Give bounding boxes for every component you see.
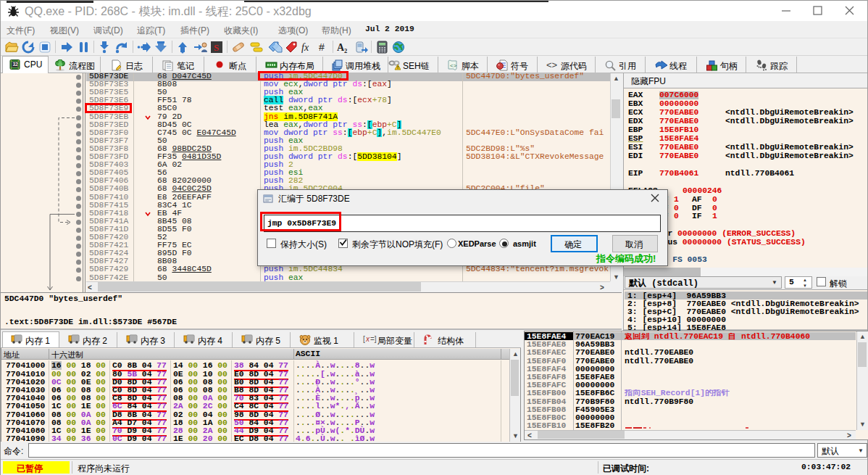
svg-text:<>: <> — [546, 59, 557, 70]
svg-text:[: [ — [363, 335, 365, 343]
svg-text:!: ! — [397, 65, 398, 70]
svg-text:<>: <> — [450, 62, 457, 69]
svg-text:#: # — [319, 41, 325, 53]
svg-text:fx: fx — [301, 42, 309, 53]
svg-text:=]: =] — [370, 335, 377, 343]
svg-text:32: 32 — [12, 62, 18, 67]
svg-text:A₂: A₂ — [337, 42, 347, 53]
svg-text:x: x — [365, 335, 370, 343]
svg-text:S: S — [214, 42, 219, 53]
